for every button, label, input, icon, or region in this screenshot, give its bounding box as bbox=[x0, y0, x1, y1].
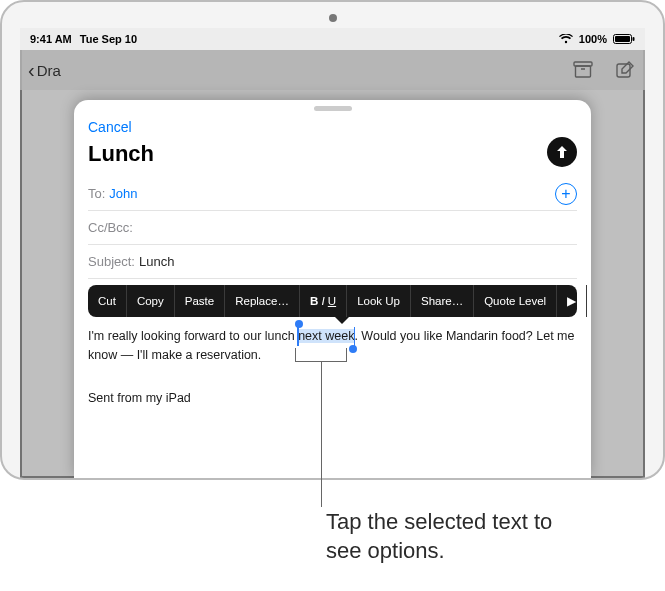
text-edit-menu: Cut Copy Paste Replace… B I U Look Up Sh… bbox=[88, 285, 577, 317]
menu-lookup[interactable]: Look Up bbox=[347, 285, 411, 317]
callout-bracket bbox=[295, 348, 347, 362]
menu-more-icon[interactable]: ▶ bbox=[557, 285, 587, 317]
selected-text: next week bbox=[298, 329, 354, 343]
body-before-selection: I'm really looking forward to our lunch bbox=[88, 329, 298, 343]
wifi-icon bbox=[559, 34, 573, 44]
menu-copy[interactable]: Copy bbox=[127, 285, 175, 317]
selection-start-handle[interactable] bbox=[295, 320, 303, 328]
compose-sheet: Cancel Lunch To: John + Cc/Bcc: Subject:… bbox=[74, 100, 591, 478]
ccbcc-label: Cc/Bcc: bbox=[88, 220, 133, 235]
subject-field[interactable]: Subject: Lunch bbox=[88, 245, 577, 279]
svg-rect-1 bbox=[615, 36, 630, 42]
text-selection[interactable]: next week bbox=[298, 327, 354, 346]
camera-dot bbox=[329, 14, 337, 22]
selection-start-bar[interactable] bbox=[297, 327, 299, 346]
menu-paste[interactable]: Paste bbox=[175, 285, 225, 317]
sheet-grabber[interactable] bbox=[314, 106, 352, 111]
to-label: To: bbox=[88, 186, 105, 201]
ccbcc-field[interactable]: Cc/Bcc: bbox=[88, 211, 577, 245]
send-button[interactable] bbox=[547, 137, 577, 167]
status-date: Tue Sep 10 bbox=[80, 33, 137, 45]
add-contact-button[interactable]: + bbox=[555, 183, 577, 205]
selection-end-bar[interactable] bbox=[354, 327, 356, 346]
compose-title: Lunch bbox=[88, 141, 577, 167]
subject-value[interactable]: Lunch bbox=[139, 254, 174, 269]
compose-header: Cancel bbox=[88, 115, 577, 135]
selection-end-handle[interactable] bbox=[349, 345, 357, 353]
menu-biu[interactable]: B I U bbox=[300, 285, 347, 317]
status-time: 9:41 AM bbox=[30, 33, 72, 45]
menu-cut[interactable]: Cut bbox=[88, 285, 127, 317]
battery-icon bbox=[613, 34, 635, 44]
callout-text: Tap the selected text to see options. bbox=[326, 508, 552, 565]
cancel-button[interactable]: Cancel bbox=[88, 119, 132, 135]
callout-leader-line bbox=[321, 362, 322, 507]
menu-pointer bbox=[335, 317, 349, 324]
menu-share[interactable]: Share… bbox=[411, 285, 474, 317]
subject-label: Subject: bbox=[88, 254, 135, 269]
battery-percent: 100% bbox=[579, 33, 607, 45]
to-value[interactable]: John bbox=[109, 186, 137, 201]
screen: 9:41 AM Tue Sep 10 100% ‹ Dra bbox=[20, 28, 645, 478]
svg-rect-2 bbox=[633, 37, 635, 41]
status-bar: 9:41 AM Tue Sep 10 100% bbox=[20, 28, 645, 50]
to-field[interactable]: To: John + bbox=[88, 177, 577, 211]
menu-replace[interactable]: Replace… bbox=[225, 285, 300, 317]
email-signature[interactable]: Sent from my iPad bbox=[88, 391, 577, 405]
ipad-frame: 9:41 AM Tue Sep 10 100% ‹ Dra bbox=[0, 0, 665, 480]
plus-icon: + bbox=[561, 186, 570, 202]
menu-quote-level[interactable]: Quote Level bbox=[474, 285, 557, 317]
